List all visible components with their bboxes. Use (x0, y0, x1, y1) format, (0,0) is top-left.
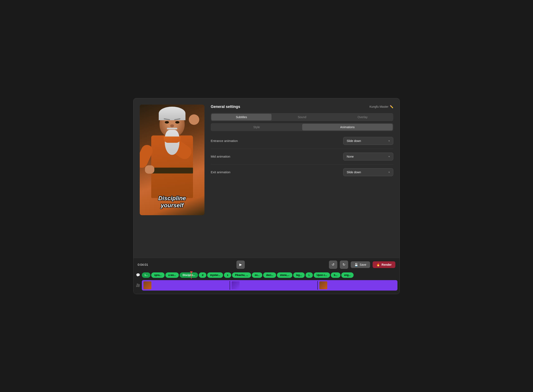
subtitle-track-icon: 💬 (136, 273, 141, 277)
app-window: Discipline yourself General settings Kun… (133, 98, 400, 294)
tab-style[interactable]: Style (211, 124, 302, 131)
video-track-row: 🎥 (136, 280, 397, 290)
video-thumb-2 (232, 281, 240, 289)
play-button[interactable]: ▶ (236, 261, 245, 269)
sub-tab-row: Style Animations (211, 123, 393, 131)
save-button[interactable]: 💾 Save (351, 261, 370, 268)
edit-project-icon[interactable]: ✏️ (390, 105, 393, 108)
timeline-controls: 0:04:01 ▶ ↺ ↻ 💾 Save 🔥 Render (133, 258, 400, 271)
render-label: Render (382, 263, 391, 266)
exit-animation-chevron: ▾ (388, 171, 390, 174)
chip-7[interactable]: Pikachu, ... (232, 272, 251, 278)
chip-14[interactable]: b... (331, 272, 340, 278)
video-thumb-3-container (319, 281, 327, 289)
main-tab-row: Subtitles Sound Overlay (211, 113, 393, 121)
chip-4[interactable]: d (199, 272, 206, 278)
video-track-content[interactable] (142, 280, 397, 290)
entrance-animation-value: Slide down (347, 139, 361, 143)
entrance-animation-row: Entrance animation Slide down ▾ (211, 133, 393, 149)
project-name-label: Kungfu Master (369, 105, 388, 108)
save-label: Save (360, 263, 366, 266)
chip-0[interactable]: I... (142, 272, 150, 278)
chip-13[interactable]: Upon c... (314, 272, 330, 278)
video-thumb-3 (319, 281, 327, 289)
video-separator-1 (230, 281, 230, 290)
tab-subtitles[interactable]: Subtitles (211, 114, 272, 121)
timeline-tracks: 💬 I... spra... a wo... Disciplin... d my… (133, 271, 400, 294)
undo-button[interactable]: ↺ (329, 261, 337, 269)
mid-animation-row: Mid animation None ▾ (211, 149, 393, 164)
chip-3[interactable]: Disciplin... (180, 272, 198, 278)
video-separator-2 (317, 281, 318, 290)
exit-animation-value: Slide down (347, 171, 361, 174)
render-icon: 🔥 (376, 263, 380, 266)
chip-8[interactable]: ev... (252, 272, 262, 278)
entrance-animation-label: Entrance animation (211, 139, 238, 143)
subtitle-track-row: 💬 I... spra... a wo... Disciplin... d my… (136, 271, 397, 279)
video-preview: Discipline yourself (140, 105, 204, 215)
tab-sound[interactable]: Sound (272, 114, 332, 121)
entrance-animation-chevron: ▾ (388, 140, 390, 142)
chip-6[interactable]: s (224, 272, 231, 278)
settings-header: General settings Kungfu Master ✏️ (211, 105, 393, 109)
chip-1[interactable]: spra... (151, 272, 164, 278)
chip-9[interactable]: deci... (263, 272, 276, 278)
timeline-area: 0:04:01 ▶ ↺ ↻ 💾 Save 🔥 Render 💬 (133, 258, 400, 294)
video-thumb-2-container (232, 281, 240, 289)
chip-12[interactable]: i. (306, 272, 313, 278)
save-icon: 💾 (354, 263, 358, 266)
chip-5[interactable]: myster... (207, 272, 223, 278)
settings-panel: General settings Kungfu Master ✏️ Subtit… (211, 105, 393, 254)
project-name-container: Kungfu Master ✏️ (369, 105, 393, 108)
subtitle-track-content: I... spra... a wo... Disciplin... d myst… (142, 271, 397, 279)
render-button[interactable]: 🔥 Render (373, 261, 395, 268)
exit-animation-select[interactable]: Slide down ▾ (343, 168, 393, 176)
mid-animation-label: Mid animation (211, 155, 230, 158)
video-track-icon: 🎥 (136, 283, 141, 287)
master-canvas: Discipline yourself (140, 105, 204, 215)
settings-title: General settings (211, 105, 240, 109)
mid-animation-chevron: ▾ (388, 155, 390, 158)
chip-2[interactable]: a wo... (165, 272, 179, 278)
exit-animation-row: Exit animation Slide down ▾ (211, 164, 393, 180)
subtitle-overlay: Discipline yourself (140, 195, 204, 209)
video-thumb-1 (143, 281, 151, 289)
exit-animation-label: Exit animation (211, 170, 230, 174)
entrance-animation-select[interactable]: Slide down ▾ (343, 137, 393, 145)
chip-15[interactable]: eng... (341, 272, 354, 278)
mid-animation-select[interactable]: None ▾ (343, 153, 393, 160)
time-display: 0:04:01 (138, 263, 152, 266)
main-area: Discipline yourself General settings Kun… (133, 98, 400, 258)
tab-overlay[interactable]: Overlay (332, 114, 393, 121)
mid-animation-value: None (347, 155, 354, 158)
animation-settings: Entrance animation Slide down ▾ Mid anim… (211, 133, 393, 180)
redo-button[interactable]: ↻ (340, 261, 348, 269)
chip-11[interactable]: leg... (293, 272, 305, 278)
tab-animations[interactable]: Animations (302, 124, 393, 131)
chip-10[interactable]: stone,... (277, 272, 292, 278)
